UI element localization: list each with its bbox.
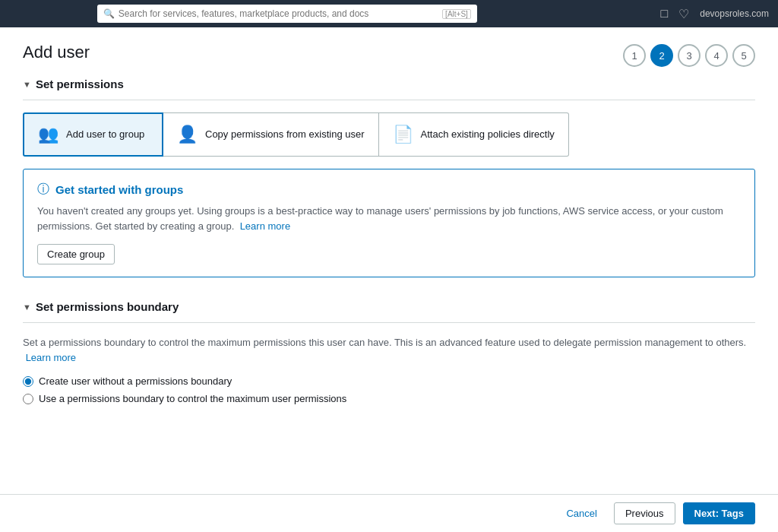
previous-button[interactable]: Previous bbox=[614, 502, 675, 524]
chevron-boundary-icon: ▼ bbox=[23, 302, 31, 312]
group-icon: 👥 bbox=[38, 125, 59, 144]
info-box-title: Get started with groups bbox=[55, 183, 183, 196]
info-box-text: You haven't created any groups yet. Usin… bbox=[37, 204, 741, 233]
steps-container: 1 2 3 4 5 bbox=[623, 44, 755, 67]
step-1[interactable]: 1 bbox=[623, 44, 646, 67]
step-5[interactable]: 5 bbox=[732, 44, 755, 67]
search-input[interactable] bbox=[119, 8, 438, 19]
set-permissions-section: ▼ Set permissions 👥 Add user to group 👤 … bbox=[23, 78, 755, 277]
search-icon: 🔍 bbox=[103, 8, 115, 19]
attach-policies-label: Attach existing policies directly bbox=[421, 128, 555, 141]
nav-right: □ ♡ devopsroles.com bbox=[661, 7, 769, 21]
main-content: 1 2 3 4 5 Add user ▼ Set permissions 👥 A… bbox=[0, 27, 778, 532]
cancel-button[interactable]: Cancel bbox=[557, 503, 606, 524]
permissions-boundary-header: ▼ Set permissions boundary bbox=[23, 300, 755, 313]
use-boundary-radio[interactable] bbox=[23, 394, 33, 404]
set-permissions-header: ▼ Set permissions bbox=[23, 78, 755, 90]
step-3[interactable]: 3 bbox=[678, 44, 701, 67]
step-2-active[interactable]: 2 bbox=[650, 44, 673, 67]
boundary-divider bbox=[23, 322, 755, 323]
copy-icon: 👤 bbox=[177, 125, 198, 144]
copy-permissions-label: Copy permissions from existing user bbox=[205, 128, 365, 141]
terminal-icon[interactable]: □ bbox=[661, 7, 669, 21]
account-name[interactable]: devopsroles.com bbox=[700, 8, 769, 19]
learn-more-link-boundary[interactable]: Learn more bbox=[26, 352, 76, 363]
bell-icon[interactable]: ♡ bbox=[678, 7, 689, 21]
learn-more-link-groups[interactable]: Learn more bbox=[240, 220, 290, 232]
boundary-description: Set a permissions boundary to control th… bbox=[23, 335, 755, 365]
info-icon: ⓘ bbox=[37, 182, 49, 198]
no-boundary-radio[interactable] bbox=[23, 376, 33, 387]
attach-policies-option[interactable]: 📄 Attach existing policies directly bbox=[379, 112, 569, 157]
add-group-label: Add user to group bbox=[66, 128, 144, 141]
next-button[interactable]: Next: Tags bbox=[683, 502, 756, 524]
no-boundary-option[interactable]: Create user without a permissions bounda… bbox=[23, 375, 755, 387]
info-box: ⓘ Get started with groups You haven't cr… bbox=[23, 169, 755, 277]
info-box-header: ⓘ Get started with groups bbox=[37, 182, 741, 198]
permission-options: 👥 Add user to group 👤 Copy permissions f… bbox=[23, 112, 755, 157]
copy-permissions-option[interactable]: 👤 Copy permissions from existing user bbox=[163, 112, 379, 157]
step-4[interactable]: 4 bbox=[705, 44, 728, 67]
use-boundary-option[interactable]: Use a permissions boundary to control th… bbox=[23, 393, 755, 404]
top-nav: 🔍 [Alt+S] □ ♡ devopsroles.com bbox=[0, 0, 778, 27]
permissions-boundary-section: ▼ Set permissions boundary Set a permiss… bbox=[23, 300, 755, 404]
search-bar[interactable]: 🔍 [Alt+S] bbox=[97, 5, 477, 23]
add-user-to-group-option[interactable]: 👥 Add user to group bbox=[23, 112, 163, 157]
section-divider bbox=[23, 100, 755, 100]
shortcut-badge: [Alt+S] bbox=[442, 9, 471, 19]
create-group-button[interactable]: Create group bbox=[37, 244, 115, 264]
policy-icon: 📄 bbox=[393, 125, 413, 144]
footer-bar: Cancel Previous Next: Tags bbox=[0, 494, 778, 532]
chevron-down-icon: ▼ bbox=[23, 80, 31, 89]
